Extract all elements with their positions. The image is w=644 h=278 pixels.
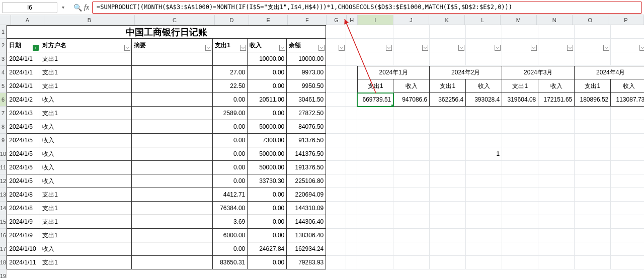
cell[interactable] [430, 242, 466, 256]
row-header-4[interactable]: 4 [0, 66, 6, 79]
cell[interactable]: 76384.00 [213, 202, 248, 215]
cell-in[interactable]: 10000.00 [248, 52, 287, 66]
cell[interactable] [575, 25, 611, 39]
cell[interactable] [357, 107, 393, 120]
cell[interactable] [357, 52, 393, 66]
cell[interactable] [326, 25, 346, 39]
cell[interactable] [502, 188, 538, 202]
cell[interactable] [346, 79, 357, 93]
cell[interactable] [538, 188, 575, 202]
col-header-B[interactable]: B [44, 15, 135, 25]
cell[interactable] [538, 147, 575, 161]
summary-value[interactable]: 362256.4 [430, 93, 466, 107]
cell[interactable] [357, 242, 393, 256]
filter-dropdown-icon[interactable] [124, 45, 130, 51]
cell[interactable]: 7300.00 [248, 134, 287, 147]
cell[interactable]: 2024/1/10 [7, 242, 40, 256]
cell[interactable] [393, 242, 430, 256]
cell[interactable] [575, 107, 611, 120]
filter-dropdown-icon[interactable] [422, 45, 428, 51]
row-header-9[interactable]: 9 [0, 134, 6, 147]
cell[interactable] [466, 202, 502, 215]
cells-area[interactable]: 中国工商银行日记账 日期 T 对方户名 [7, 25, 644, 278]
fill-handle-icon[interactable] [391, 105, 393, 107]
cell-date[interactable]: 2024/1/2 [7, 93, 40, 107]
cell[interactable]: 50000.00 [248, 120, 287, 134]
cell[interactable] [575, 120, 611, 134]
summary-value[interactable]: 113087.73 [611, 93, 644, 107]
cell[interactable] [393, 25, 430, 39]
cell[interactable] [326, 229, 346, 242]
cell[interactable]: 0.00 [213, 161, 248, 174]
cell[interactable] [132, 147, 213, 161]
ledger-header-party[interactable]: 对方户名 [40, 39, 132, 52]
cell[interactable] [575, 174, 611, 188]
col-header-E[interactable]: E [249, 15, 288, 25]
cell[interactable] [611, 39, 644, 52]
cell[interactable]: 91376.50 [287, 134, 326, 147]
summary-value[interactable]: 319604.08 [502, 93, 538, 107]
cell-summary[interactable] [132, 93, 213, 107]
cell[interactable] [611, 107, 644, 120]
cell[interactable]: 0.00 [248, 229, 287, 242]
cell[interactable] [326, 39, 346, 52]
cell[interactable] [538, 25, 575, 39]
cell[interactable]: 0.00 [248, 202, 287, 215]
cell[interactable]: 收入 [40, 161, 132, 174]
cell[interactable] [538, 202, 575, 215]
sub-header-out[interactable]: 支出1 [430, 79, 466, 93]
cell[interactable] [502, 147, 538, 161]
cell[interactable]: 138306.40 [287, 229, 326, 242]
cell[interactable] [502, 39, 538, 52]
col-header-G[interactable]: G [327, 15, 347, 25]
cell[interactable] [357, 161, 393, 174]
name-box-dropdown-icon[interactable]: ▾ [59, 2, 66, 13]
row-header-18[interactable]: 18 [0, 256, 6, 269]
cell[interactable] [502, 25, 538, 39]
cell[interactable] [393, 161, 430, 174]
cell[interactable] [430, 188, 466, 202]
cell[interactable] [466, 107, 502, 120]
cell[interactable] [326, 134, 346, 147]
filter-dropdown-icon[interactable] [458, 45, 464, 51]
search-icon[interactable]: 🔍 [73, 4, 82, 12]
cell[interactable] [346, 174, 357, 188]
filter-dropdown-icon[interactable] [603, 45, 609, 51]
cell[interactable]: 0.00 [248, 256, 287, 269]
cell[interactable] [430, 52, 466, 66]
cell[interactable] [538, 161, 575, 174]
cell[interactable] [346, 242, 357, 256]
cell[interactable] [393, 120, 430, 134]
cell[interactable] [326, 93, 346, 107]
cell[interactable] [466, 188, 502, 202]
cell[interactable] [393, 39, 430, 52]
cell[interactable] [430, 161, 466, 174]
cell-date[interactable]: 2024/1/1 [7, 66, 40, 79]
cell[interactable] [575, 229, 611, 242]
cell[interactable]: 2024/1/5 [7, 134, 40, 147]
row-header-5[interactable]: 5 [0, 79, 6, 93]
filter-dropdown-icon[interactable] [240, 45, 246, 51]
cell[interactable] [502, 120, 538, 134]
cell[interactable] [132, 134, 213, 147]
cell[interactable] [538, 242, 575, 256]
cell[interactable] [575, 147, 611, 161]
cell[interactable] [430, 147, 466, 161]
row-header-2[interactable]: 2 [0, 39, 6, 52]
cell[interactable]: 6000.00 [213, 229, 248, 242]
row-header-14[interactable]: 14 [0, 202, 6, 215]
cell-summary[interactable] [132, 52, 213, 66]
cell[interactable]: 83650.31 [213, 256, 248, 269]
cell[interactable] [502, 174, 538, 188]
cell[interactable]: 220694.09 [287, 188, 326, 202]
cell[interactable] [611, 134, 644, 147]
row-header-1[interactable]: 1 [0, 25, 6, 39]
cell[interactable] [611, 215, 644, 229]
cell[interactable] [575, 39, 611, 52]
cell-date[interactable]: 2024/1/1 [7, 79, 40, 93]
selected-cell-I6[interactable]: 669739.51 [357, 93, 393, 107]
ledger-header-date[interactable]: 日期 T [7, 39, 40, 52]
cell-out[interactable]: 22.50 [213, 79, 248, 93]
cell[interactable] [326, 161, 346, 174]
ledger-header-out[interactable]: 支出1 [213, 39, 248, 52]
